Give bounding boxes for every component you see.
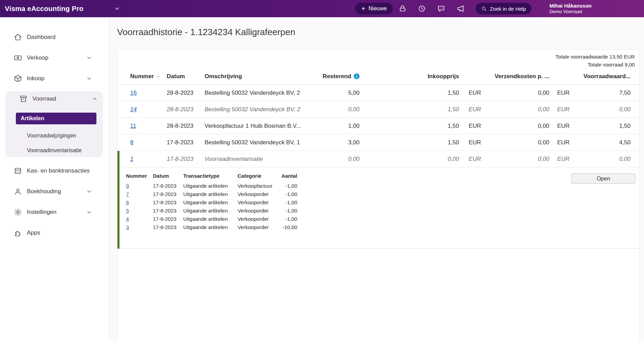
- cell-omschrijving: Verkoopfactuur 1 Huib Bosman B.V...: [205, 118, 308, 134]
- cell-inkoopprijs: 1,50: [360, 85, 459, 101]
- row-number-link[interactable]: 16: [130, 90, 137, 96]
- sidebar-item-label: Inkoop: [27, 75, 44, 82]
- chat-button[interactable]: [437, 4, 446, 13]
- cell-resterend: 0,00: [308, 101, 360, 117]
- subcell-categorie: Verkooporder: [238, 198, 276, 207]
- cell-currency: EUR: [459, 85, 489, 101]
- expanded-indicator-bar: [117, 151, 120, 249]
- inventory-history-card: Totale voorraadwaarde 13,50 EUR Totale v…: [117, 49, 640, 341]
- subtable-row: 5 17-8-2023 Uitgaande artikelen Verkoopo…: [126, 207, 297, 215]
- company-menu-toggle[interactable]: [113, 4, 122, 13]
- sidebar-subitem-artikelen[interactable]: Artikelen: [16, 113, 96, 124]
- history-button[interactable]: [417, 4, 426, 13]
- subcell-aantal: -1,00: [276, 198, 297, 207]
- sub-row-number-link[interactable]: 6: [126, 199, 129, 205]
- cell-voorraadwaarde: 0,00: [579, 101, 631, 117]
- security-lock-button[interactable]: [398, 4, 407, 13]
- sidebar: Dashboard Verkoop Inkoop Voorraad Artike…: [0, 17, 109, 341]
- total-stock-quantity: Totale voorraad 9,00: [555, 61, 635, 69]
- header-resterend: Resterendi: [308, 68, 360, 84]
- cell-voorraadwaarde: 4,50: [579, 134, 631, 151]
- cell-datum: 28-8-2023: [167, 85, 205, 101]
- sub-row-number-link[interactable]: 4: [126, 216, 129, 222]
- cell-inkoopprijs: 1,50: [360, 101, 459, 117]
- table-row[interactable]: 14 28-8-2023 Bestelling 50032 Vandendeyc…: [117, 101, 640, 118]
- open-button[interactable]: Open: [571, 174, 635, 184]
- table-row[interactable]: 16 28-8-2023 Bestelling 50032 Vandendeyc…: [117, 85, 640, 101]
- cell-currency: EUR: [549, 134, 579, 151]
- sidebar-item-verkoop[interactable]: Verkoop: [0, 51, 109, 65]
- table-row[interactable]: 8 17-8-2023 Bestelling 50032 Vandendeyck…: [117, 134, 640, 151]
- cell-verzendkosten: 0,00: [489, 101, 549, 117]
- subtable-row: 4 17-8-2023 Uitgaande artikelen Verkoopo…: [126, 215, 297, 223]
- header-label: Nummer: [130, 73, 154, 80]
- row-number-link[interactable]: 11: [130, 123, 136, 129]
- cell-inkoopprijs: 1,50: [360, 118, 459, 134]
- sidebar-subitem-voorraadwijzigingen[interactable]: Voorraadwijzigingen: [6, 132, 103, 140]
- sub-row-number-link[interactable]: 5: [126, 208, 129, 214]
- new-button[interactable]: + Nieuwe: [355, 3, 393, 14]
- cell-omschrijving: Bestelling 50032 Vandendeyck BV, 2: [205, 101, 308, 117]
- cell-voorraadwaarde: 0,00: [579, 151, 631, 167]
- table-row[interactable]: 11 28-8-2023 Verkoopfactuur 1 Huib Bosma…: [117, 118, 640, 134]
- table-row-expanded[interactable]: 1 17-8-2023 Voorraadinventarisatie 0,00 …: [117, 151, 640, 167]
- row-number-link[interactable]: 14: [130, 106, 137, 113]
- cell-resterend: 5,00: [308, 85, 360, 101]
- sub-row-number-link[interactable]: 9: [126, 183, 129, 189]
- chevron-up-icon: [92, 96, 98, 102]
- sub-row-number-link[interactable]: 3: [126, 224, 129, 230]
- sidebar-item-label: Kas- en banktransacties: [27, 167, 90, 174]
- sidebar-group-voorraad: Voorraad Artikelen Voorraadwijzigingen V…: [6, 91, 103, 157]
- user-menu[interactable]: Mihai Håkansson Demo Voorraad: [549, 3, 592, 14]
- package-icon: [14, 74, 22, 83]
- cell-resterend: 1,00: [308, 118, 360, 134]
- chevron-down-icon: [114, 5, 121, 12]
- subcell-aantal: -1,00: [276, 215, 297, 223]
- announcements-button[interactable]: [456, 4, 465, 13]
- subcell-aantal: -1,00: [276, 190, 297, 198]
- info-icon[interactable]: i: [354, 73, 360, 79]
- chevron-down-icon: [86, 55, 92, 61]
- subheader-aantal: Aantal: [276, 172, 297, 182]
- chevron-down-icon: [86, 188, 92, 195]
- cell-datum: 28-8-2023: [167, 101, 205, 117]
- cell-inkoopprijs: 0,00: [360, 151, 459, 167]
- user-company: Demo Voorraad: [549, 9, 592, 14]
- sidebar-item-boekhouding[interactable]: Boekhouding: [0, 185, 109, 198]
- sidebar-item-instellingen[interactable]: Instellingen: [0, 205, 109, 219]
- sidebar-item-label: Verkoop: [27, 54, 48, 61]
- cell-currency: EUR: [459, 134, 489, 151]
- sidebar-item-dashboard[interactable]: Dashboard: [0, 30, 109, 44]
- sidebar-item-kas-en-banktransacties[interactable]: Kas- en banktransacties: [0, 164, 109, 178]
- lock-icon: [398, 4, 407, 13]
- sidebar-item-voorraad[interactable]: Voorraad: [6, 92, 103, 106]
- subcell-datum: 17-8-2023: [153, 182, 183, 190]
- transactions-subtable: Nummer Datum Transactietype Categorie Aa…: [126, 172, 297, 231]
- subheader-datum: Datum: [153, 172, 183, 182]
- cell-verzendkosten: 0,00: [489, 85, 549, 101]
- chevron-down-icon: [86, 75, 92, 82]
- sidebar-subitem-voorraadinventarisatie[interactable]: Voorraadinventarisatie: [6, 146, 103, 155]
- subtable-row: 9 17-8-2023 Uitgaande artikelen Verkoopf…: [126, 182, 297, 190]
- row-number-link[interactable]: 1: [130, 156, 133, 162]
- plus-icon: +: [361, 5, 365, 12]
- cell-currency: EUR: [459, 101, 489, 117]
- subheader-categorie: Categorie: [238, 172, 276, 182]
- subcell-datum: 17-8-2023: [153, 198, 183, 207]
- help-search-button[interactable]: Zoek in de Help: [476, 3, 531, 14]
- gear-icon: [14, 208, 22, 216]
- person-icon: [14, 187, 22, 196]
- row-number-link[interactable]: 8: [130, 139, 133, 146]
- sidebar-item-apps[interactable]: Apps: [0, 226, 109, 240]
- cell-inkoopprijs: 1,50: [360, 134, 459, 151]
- sub-row-number-link[interactable]: 7: [126, 191, 129, 197]
- cell-currency: EUR: [549, 118, 579, 134]
- help-search-label: Zoek in de Help: [490, 6, 526, 12]
- sidebar-item-inkoop[interactable]: Inkoop: [0, 72, 109, 85]
- clock-icon: [418, 4, 426, 13]
- sidebar-item-label: Voorraad: [32, 95, 56, 102]
- subtable-row: 6 17-8-2023 Uitgaande artikelen Verkoopo…: [126, 198, 297, 207]
- header-nummer[interactable]: Nummer: [117, 68, 167, 84]
- cell-verzendkosten: 0,00: [489, 134, 549, 151]
- cell-resterend: 0,00: [308, 151, 360, 167]
